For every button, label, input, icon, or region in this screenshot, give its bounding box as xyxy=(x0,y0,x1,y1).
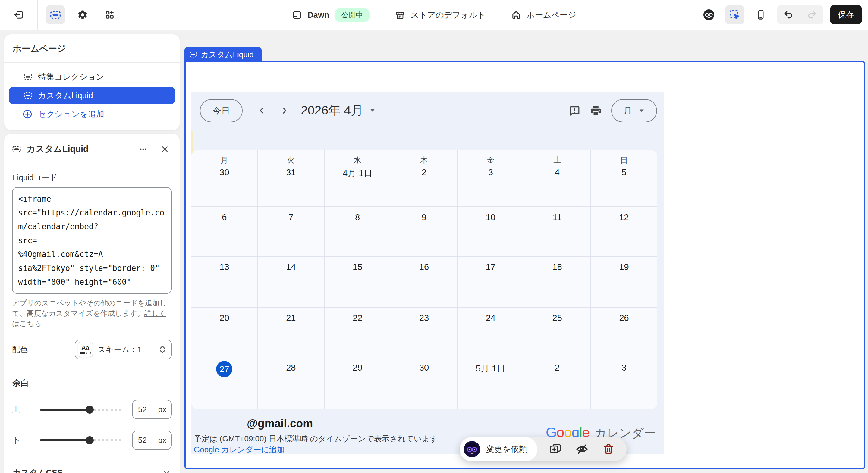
add-to-google-calendar-link[interactable]: Google カレンダーに追加 xyxy=(194,444,285,455)
date-label: 15 xyxy=(324,262,391,272)
inspect-select-button[interactable] xyxy=(725,5,744,24)
calendar-cell[interactable]: 3 xyxy=(591,357,657,409)
slider-thumb[interactable] xyxy=(86,406,94,414)
calendar-cell[interactable]: 15 xyxy=(324,257,391,308)
spacing-title: 余白 xyxy=(13,378,172,388)
calendar-prev-button[interactable] xyxy=(253,101,270,120)
caret-down-icon xyxy=(640,109,644,112)
calendar-cell[interactable]: 26 xyxy=(591,308,657,357)
theme-selector[interactable]: Dawn 公開中 xyxy=(292,8,370,22)
color-scheme-value: スキーム：1 xyxy=(98,344,154,355)
section-action-icons xyxy=(537,442,627,456)
panel-header: カスタムLiquid xyxy=(4,134,180,164)
hide-section-button[interactable] xyxy=(575,442,589,456)
save-button[interactable]: 保存 xyxy=(830,5,862,24)
calendar-month-selector[interactable]: 2026年 4月 xyxy=(301,102,376,119)
calendar-cell[interactable]: 12 xyxy=(591,207,657,257)
status-badge: 公開中 xyxy=(335,8,370,22)
exit-editor-button[interactable] xyxy=(9,5,28,24)
preview-pane[interactable]: 今日 2026年 4月 xyxy=(184,61,865,469)
padding-bottom-slider[interactable] xyxy=(40,433,121,447)
calendar-cell[interactable]: 21 xyxy=(258,308,324,357)
calendar-next-button[interactable] xyxy=(276,101,293,120)
duplicate-section-button[interactable] xyxy=(548,442,563,456)
calendar-cell[interactable]: 22 xyxy=(324,308,391,357)
sidebar: ホームページ 特集コレクション xyxy=(0,31,183,473)
calendar-cell[interactable]: 火31 xyxy=(258,150,324,207)
caret-down-icon xyxy=(370,109,375,112)
calendar-cell[interactable]: 14 xyxy=(258,257,324,308)
selected-section-tab[interactable]: カスタムLiquid xyxy=(184,47,261,62)
calendar-cell[interactable]: 9 xyxy=(391,207,458,257)
calendar-cell[interactable]: 月30 xyxy=(191,150,258,207)
slider-thumb[interactable] xyxy=(86,436,94,444)
calendar-cell[interactable]: 2 xyxy=(524,357,591,409)
date-label: 4 xyxy=(524,167,590,178)
calendar-cell[interactable]: 10 xyxy=(458,207,524,257)
duplicate-icon xyxy=(549,443,562,455)
calendar-cell[interactable]: 28 xyxy=(258,357,324,409)
delete-section-icon-button[interactable] xyxy=(601,442,616,456)
custom-css-toggle[interactable]: カスタムCSS xyxy=(4,460,180,473)
mobile-preview-button[interactable] xyxy=(751,5,770,24)
date-label: 19 xyxy=(591,262,657,272)
calendar-cell[interactable]: 18 xyxy=(524,257,591,308)
page-selector[interactable]: ホームページ xyxy=(511,10,576,21)
add-section-button[interactable]: セクションを追加 xyxy=(9,105,175,123)
calendar-cell[interactable]: 19 xyxy=(591,257,657,308)
calendar-cell[interactable]: 17 xyxy=(458,257,524,308)
sections-mode-button[interactable] xyxy=(46,5,65,24)
padding-top-slider[interactable] xyxy=(40,402,121,417)
calendar-cell[interactable]: 27 xyxy=(191,357,258,409)
calendar-cell[interactable]: 日5 xyxy=(591,150,657,207)
calendar-cell[interactable]: 25 xyxy=(524,308,591,357)
calendar-cell[interactable]: 8 xyxy=(324,207,391,257)
calendar-cell[interactable]: 20 xyxy=(191,308,258,357)
calendar-cell[interactable]: 6 xyxy=(191,207,258,257)
sidebar-item-custom-liquid[interactable]: カスタムLiquid xyxy=(9,87,175,104)
padding-top-input[interactable]: 52 px xyxy=(132,400,172,419)
calendar-cell[interactable]: 金3 xyxy=(458,150,524,207)
calendar-print-button[interactable] xyxy=(588,103,604,118)
calendar-cell[interactable]: 23 xyxy=(391,308,458,357)
calendar-cell[interactable]: 29 xyxy=(324,357,391,409)
selected-section-tab-label: カスタムLiquid xyxy=(201,50,254,60)
calendar-cell[interactable]: 24 xyxy=(458,308,524,357)
more-options-button[interactable] xyxy=(135,141,151,157)
liquid-code-input[interactable]: <iframe src="https://calendar.google.co … xyxy=(12,187,172,294)
date-label: 18 xyxy=(524,262,590,272)
calendar-today-button[interactable]: 今日 xyxy=(200,99,243,122)
undo-button[interactable] xyxy=(777,5,800,24)
calendar-cell[interactable]: 土4 xyxy=(524,150,591,207)
store-default-selector[interactable]: ストアのデフォルト xyxy=(395,10,486,21)
eye-off-icon xyxy=(575,443,589,456)
sidebar-item-featured-collection[interactable]: 特集コレクション xyxy=(9,68,175,86)
redo-button[interactable] xyxy=(801,5,824,24)
section-icon xyxy=(189,51,197,58)
calendar-cell[interactable]: 木2 xyxy=(391,150,458,207)
calendar-view-selector[interactable]: 月 xyxy=(611,99,657,122)
calendar-cell[interactable]: 5月 1日 xyxy=(458,357,524,409)
apps-plus-icon xyxy=(104,9,115,20)
calendar-cell[interactable]: 7 xyxy=(258,207,324,257)
undo-icon xyxy=(783,10,794,20)
date-label: 25 xyxy=(524,313,590,323)
color-scheme-select[interactable]: Aa スキーム：1 xyxy=(75,340,172,359)
calendar-account-title: @gmail.com xyxy=(247,417,313,430)
app-embeds-button[interactable] xyxy=(100,5,119,24)
calendar-cell[interactable]: 11 xyxy=(524,207,591,257)
section-settings-card: カスタムLiquid xyxy=(4,134,180,473)
sidekick-button[interactable] xyxy=(699,5,718,24)
topbar: Dawn 公開中 ストアのデフォルト xyxy=(0,0,868,30)
padding-bottom-input[interactable]: 52 px xyxy=(132,431,172,450)
add-circle-icon xyxy=(22,109,33,119)
theme-settings-button[interactable] xyxy=(73,5,92,24)
close-panel-button[interactable] xyxy=(157,141,173,157)
calendar-cell[interactable]: 16 xyxy=(391,257,458,308)
section-action-bar: 変更を依頼 xyxy=(460,437,627,461)
request-changes-button[interactable]: 変更を依頼 xyxy=(460,437,537,461)
calendar-feedback-button[interactable] xyxy=(567,103,583,118)
calendar-cell[interactable]: 13 xyxy=(191,257,258,308)
calendar-cell[interactable]: 30 xyxy=(391,357,458,409)
calendar-cell[interactable]: 水4月 1日 xyxy=(324,150,391,207)
